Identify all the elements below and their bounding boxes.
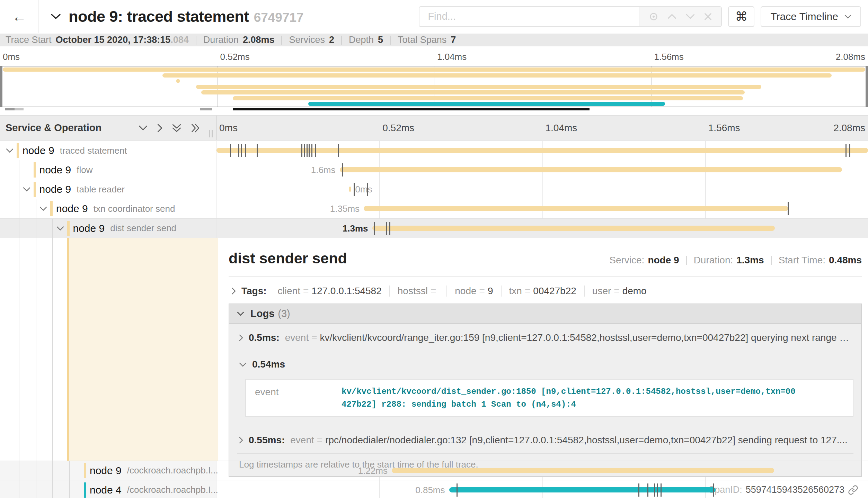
log-field-value: kv/kvclient/kvcoord/range_iter.go:159 [n… (320, 332, 849, 343)
expand-collapse-chevron-icon[interactable] (23, 187, 30, 192)
logs-header[interactable]: Logs (3) (229, 304, 861, 324)
span-row[interactable]: node 9table reader0ms (0, 180, 868, 199)
span-name-column[interactable]: node 4/cockroach.roachpb.I... (0, 480, 216, 498)
span-duration-bar[interactable] (364, 206, 788, 211)
log-marker-tick (654, 483, 655, 497)
trace-id-short: 6749717 (254, 10, 304, 25)
trace-meta-item: Services2 (289, 35, 334, 45)
span-timeline-cell[interactable]: 1.3ms (216, 219, 868, 238)
expand-all-icon[interactable] (191, 124, 200, 133)
collapse-one-icon[interactable] (139, 125, 148, 130)
tag-item[interactable]: user=demo (585, 286, 654, 297)
detail-span-title: dist sender send (229, 250, 347, 267)
collapse-all-icon[interactable] (172, 124, 181, 133)
log-entry-header[interactable]: 0.55ms:event=rpc/nodedialer/nodedialer.g… (237, 427, 853, 453)
column-resizer[interactable] (209, 130, 213, 137)
timeline-tick-label: 0ms (219, 123, 238, 134)
next-match-icon[interactable] (686, 14, 695, 19)
span-row[interactable]: node 9txn coordinator send1.35ms (0, 199, 868, 218)
log-marker-tick (301, 144, 302, 157)
minimap-scrubber[interactable] (0, 108, 868, 110)
find-input[interactable] (419, 7, 639, 26)
span-duration-bar[interactable] (392, 468, 774, 473)
span-row[interactable]: node 9flow1.6ms (0, 160, 868, 180)
clear-find-icon[interactable] (704, 12, 712, 21)
span-timeline-cell[interactable] (216, 141, 868, 160)
span-timeline-cell[interactable]: 1.6ms (216, 160, 868, 180)
find-actions (639, 7, 721, 26)
span-duration-bar[interactable] (449, 487, 716, 492)
expand-one-icon[interactable] (157, 124, 162, 133)
span-row[interactable]: node 9/cockroach.roachpb.I...1.22ms (0, 461, 868, 480)
detail-name-column (0, 238, 218, 461)
log-entry-header[interactable]: 0.54ms (237, 351, 853, 378)
span-row[interactable]: node 9traced statement (0, 141, 868, 160)
detail-meta-label: Service: (609, 255, 644, 266)
tag-value: 9 (488, 286, 493, 297)
span-name-column[interactable]: node 9traced statement (0, 141, 216, 160)
span-name-column[interactable]: node 9txn coordinator send (0, 199, 216, 218)
minimap-right-handle[interactable] (866, 66, 868, 107)
span-name-column[interactable]: node 9table reader (0, 180, 216, 199)
event-key: event (255, 385, 342, 411)
span-row[interactable]: node 4/cockroach.roachpb.I...0.85ms (0, 480, 868, 498)
tag-item[interactable]: node=9 (447, 286, 501, 297)
back-button[interactable]: ← (0, 0, 39, 33)
scrubber-handle[interactable] (15, 108, 24, 110)
log-entry-header[interactable]: 0.5ms:event=kv/kvclient/kvcoord/range_it… (237, 325, 853, 351)
log-marker-tick (230, 144, 231, 157)
span-timeline-cell[interactable]: 0ms (216, 180, 868, 199)
meta-separator (771, 256, 772, 265)
span-timeline-cell[interactable]: 1.22ms (216, 461, 868, 480)
log-marker-tick (647, 483, 648, 497)
meta-separator (281, 36, 282, 45)
expand-collapse-chevron-icon[interactable] (56, 226, 64, 230)
span-row[interactable]: node 9dist sender send1.3ms (0, 218, 868, 238)
meta-value: 5 (378, 35, 383, 45)
view-type-dropdown[interactable]: Trace Timeline (761, 6, 861, 27)
expand-collapse-chevron-icon[interactable] (39, 207, 47, 211)
duration-label: 1.6ms (311, 165, 336, 175)
span-duration-bar[interactable] (372, 226, 775, 231)
minimap-tick-label: 0.52ms (220, 52, 250, 62)
log-marker-tick (338, 144, 339, 157)
span-duration-bar[interactable] (216, 148, 868, 153)
detail-meta-value: 0.48ms (829, 255, 862, 266)
scrubber-handle[interactable] (5, 108, 15, 110)
service-name: node 9 (39, 164, 71, 176)
span-name-column[interactable]: node 9flow (0, 160, 216, 180)
span-name-column[interactable]: node 9dist sender send (0, 219, 216, 238)
log-marker-tick (245, 144, 246, 157)
keyboard-shortcuts-button[interactable]: ⌘ (728, 6, 754, 27)
locate-match-icon[interactable] (649, 12, 658, 21)
span-duration-bar[interactable] (340, 167, 842, 172)
span-name-column[interactable]: node 9/cockroach.roachpb.I... (0, 461, 216, 480)
scrubber-range[interactable] (233, 108, 590, 110)
log-marker-tick (389, 222, 390, 235)
service-operation-title: Service & Operation (6, 122, 101, 134)
span-timeline-cell[interactable]: 0.85ms (216, 480, 868, 498)
scrubber-handle[interactable] (200, 108, 212, 110)
tag-item[interactable]: txn=00427b22 (502, 286, 585, 297)
logs-count: (3) (278, 308, 290, 319)
prev-match-icon[interactable] (667, 14, 676, 19)
collapse-header-chevron-icon[interactable] (51, 13, 61, 19)
tags-row[interactable]: Tags: client=127.0.0.1:54582hostssl=node… (229, 283, 862, 299)
service-color-bar (34, 162, 36, 178)
timeline-ticks-header: 0ms0.52ms1.04ms1.56ms2.08ms (216, 116, 868, 140)
service-color-bar (84, 463, 86, 478)
trace-meta-item: Duration2.08ms (203, 35, 275, 45)
minimap-tick-label: 0ms (3, 52, 20, 62)
meta-value: 2.08ms (243, 35, 275, 45)
span-duration-bar[interactable] (349, 187, 351, 192)
minimap-canvas[interactable] (0, 66, 868, 107)
minimap-left-handle[interactable] (0, 66, 2, 107)
log-timestamp: 0.5ms: (249, 332, 280, 343)
log-marker-tick (367, 183, 368, 196)
span-timeline-cell[interactable]: 1.35ms (216, 199, 868, 218)
tag-item[interactable]: hostssl= (390, 286, 448, 297)
expand-collapse-chevron-icon[interactable] (6, 148, 14, 153)
indent-guide (52, 461, 53, 480)
detail-meta-label: Start Time: (779, 255, 825, 266)
tag-item[interactable]: client=127.0.0.1:54582 (270, 286, 390, 297)
